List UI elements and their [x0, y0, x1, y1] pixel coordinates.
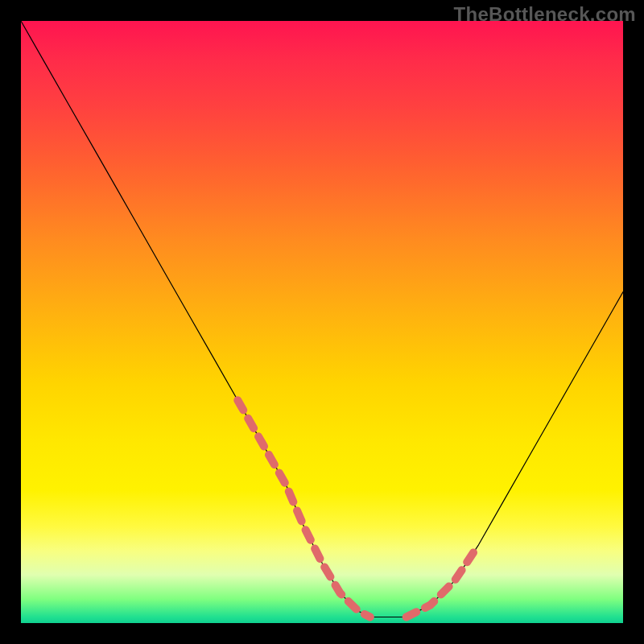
chart-frame: TheBottleneck.com: [0, 0, 644, 644]
highlight-left-dashed: [237, 400, 370, 617]
bottleneck-curve: [21, 21, 623, 617]
highlight-right-dashed: [407, 545, 479, 617]
chart-svg: [21, 21, 623, 623]
plot-area: [21, 21, 623, 623]
